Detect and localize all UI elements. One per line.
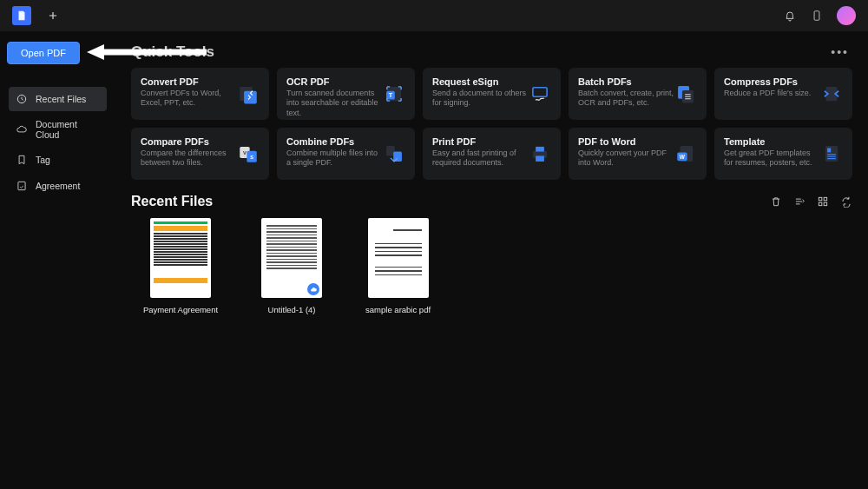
delete-button[interactable] [770, 195, 782, 208]
quick-tools-title: Quick Tools [131, 43, 214, 61]
refresh-button[interactable] [840, 195, 852, 208]
tool-compare-pdfs[interactable]: Compare PDFsCompare the differences betw… [131, 128, 269, 180]
sidebar-item-tag[interactable]: Tag [9, 148, 107, 172]
cloud-icon [16, 123, 28, 135]
svg-rect-0 [814, 11, 819, 21]
trash-icon [770, 195, 782, 208]
notifications-button[interactable] [783, 9, 797, 23]
recent-actions [770, 195, 852, 208]
file-name: Payment Agreement [143, 305, 218, 314]
tool-desc: Combine multiple files into a single PDF… [286, 149, 383, 169]
tool-combine-pdfs[interactable]: Combine PDFsCombine multiple files into … [277, 128, 415, 180]
file-card[interactable]: sample arabic pdf [365, 218, 431, 314]
quick-tools-more[interactable]: ••• [827, 45, 852, 59]
tool-title: Convert PDF [141, 76, 237, 87]
cloud-badge-icon [307, 283, 319, 295]
grid-view-button[interactable] [817, 195, 829, 208]
svg-rect-20 [536, 155, 544, 162]
convert-icon [237, 83, 260, 105]
compare-icon: VS [237, 142, 260, 165]
tool-desc: Reduce a PDF file's size. [724, 89, 820, 98]
recent-files-title: Recent Files [131, 194, 213, 209]
sidebar-item-label: Document Cloud [36, 119, 100, 140]
tool-desc: Quickly convert your PDF into Word. [578, 149, 674, 169]
tool-title: Compress PDFs [724, 76, 820, 87]
word-icon: W [674, 142, 697, 165]
svg-rect-8 [533, 88, 547, 97]
tool-batch-pdfs[interactable]: Batch PDFsBatch convert, create, print, … [569, 68, 707, 120]
tool-desc: Get great PDF templates for resumes, pos… [724, 149, 820, 169]
layout: Open PDF Recent Files Document Cloud Tag… [0, 31, 868, 489]
tool-ocr-pdf[interactable]: OCR PDFTurn scanned documents into searc… [277, 68, 415, 120]
file-card[interactable]: Payment Agreement [143, 218, 218, 314]
tool-print-pdf[interactable]: Print PDFEasy and fast printing of requi… [423, 128, 561, 180]
sidebar-item-label: Recent Files [36, 94, 86, 104]
ocr-icon: T [383, 83, 405, 105]
esign-icon [529, 83, 551, 105]
tool-request-esign[interactable]: Request eSignSend a document to others f… [423, 68, 561, 120]
user-avatar[interactable] [837, 6, 856, 25]
tool-title: Combine PDFs [286, 136, 383, 147]
app-logo[interactable] [12, 6, 31, 25]
sort-icon [793, 195, 806, 208]
app-logo-icon [16, 10, 28, 22]
print-icon [529, 142, 551, 165]
tool-compress-pdfs[interactable]: Compress PDFsReduce a PDF file's size. [714, 68, 852, 120]
svg-rect-27 [824, 197, 827, 201]
grid-icon [817, 195, 829, 208]
titlebar-right [783, 6, 856, 25]
open-pdf-button[interactable]: Open PDF [7, 42, 80, 64]
tool-title: Compare PDFs [141, 136, 237, 147]
sidebar-item-agreement[interactable]: Agreement [9, 174, 107, 198]
tool-desc: Send a document to others for signing. [432, 89, 529, 109]
agreement-icon [16, 180, 28, 192]
bookmark-icon [16, 154, 28, 166]
new-tab-button[interactable] [47, 10, 59, 22]
svg-text:S: S [250, 155, 253, 160]
bell-icon [783, 9, 797, 23]
tool-desc: Compare the differences between two file… [141, 149, 237, 169]
sort-button[interactable] [793, 195, 806, 208]
phone-icon [811, 9, 823, 23]
tool-desc: Convert PDFs to Word, Excel, PPT, etc. [141, 89, 237, 109]
file-thumbnail [150, 218, 211, 298]
tool-title: Batch PDFs [578, 76, 674, 87]
sidebar-item-document-cloud[interactable]: Document Cloud [9, 113, 107, 146]
svg-text:V: V [243, 150, 247, 155]
quick-tools-header: Quick Tools ••• [131, 43, 852, 61]
file-thumbnail [368, 218, 429, 298]
svg-text:T: T [389, 91, 393, 99]
combine-icon [383, 142, 405, 165]
svg-rect-2 [18, 182, 25, 189]
batch-icon [674, 83, 697, 105]
svg-rect-26 [819, 197, 822, 201]
titlebar-left [12, 6, 59, 25]
sidebar-item-label: Tag [36, 155, 50, 165]
compress-icon [820, 83, 843, 105]
svg-rect-19 [536, 147, 544, 152]
tool-title: Request eSign [432, 76, 529, 87]
recent-files-grid: Payment Agreement Untitled-1 (4) sample … [131, 218, 852, 314]
clock-icon [16, 93, 28, 105]
tool-title: PDF to Word [578, 136, 674, 147]
main: Quick Tools ••• Convert PDFConvert PDFs … [115, 31, 868, 489]
tool-pdf-to-word[interactable]: PDF to WordQuickly convert your PDF into… [569, 128, 707, 180]
file-card[interactable]: Untitled-1 (4) [261, 218, 322, 314]
svg-text:W: W [680, 154, 686, 160]
svg-rect-29 [824, 202, 827, 206]
tool-template[interactable]: TemplateGet great PDF templates for resu… [714, 128, 852, 180]
tool-convert-pdf[interactable]: Convert PDFConvert PDFs to Word, Excel, … [131, 68, 269, 120]
file-name: Untitled-1 (4) [268, 305, 316, 314]
file-thumbnail [261, 218, 322, 298]
sidebar-item-label: Agreement [36, 181, 80, 191]
template-icon [820, 142, 843, 165]
tools-grid: Convert PDFConvert PDFs to Word, Excel, … [131, 68, 852, 180]
tool-title: OCR PDF [286, 76, 383, 87]
titlebar [0, 0, 868, 31]
svg-rect-28 [819, 202, 822, 206]
tool-title: Print PDF [432, 136, 529, 147]
device-button[interactable] [811, 9, 823, 23]
sidebar-list: Recent Files Document Cloud Tag Agreemen… [9, 87, 107, 198]
refresh-icon [840, 195, 852, 208]
sidebar-item-recent-files[interactable]: Recent Files [9, 87, 107, 111]
